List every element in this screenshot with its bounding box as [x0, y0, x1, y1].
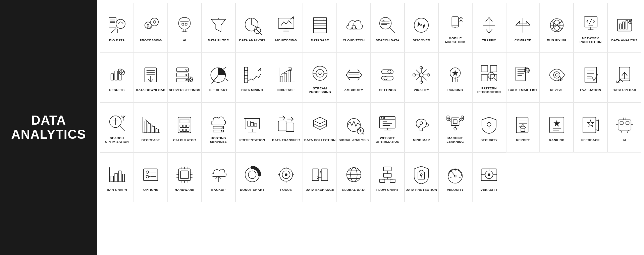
icon-cell-ai: AI — [168, 3, 202, 53]
svg-rect-282 — [312, 169, 318, 181]
svg-rect-183 — [251, 122, 254, 126]
machine-learning-label: MACHINE LEARNING — [439, 136, 471, 144]
results-icon — [105, 63, 128, 87]
svg-rect-62 — [626, 20, 628, 29]
machine-learning-icon — [443, 111, 467, 135]
svg-rect-64 — [111, 74, 114, 80]
svg-point-44 — [421, 25, 422, 26]
pie-chart-label: PIE CHART — [209, 88, 227, 92]
reveal-label: REVEAL — [550, 88, 564, 92]
settings-icon — [376, 63, 399, 87]
svg-rect-236 — [626, 122, 629, 124]
data-filter-label: DATA FILTER — [208, 38, 229, 42]
icon-cell-signal-analysis: SIGNAL ANALYSIS — [337, 102, 371, 153]
icon-cell-feedback: FEEDBACK — [574, 102, 607, 153]
svg-rect-226 — [521, 128, 525, 131]
velocity-icon — [443, 163, 467, 186]
svg-rect-182 — [248, 121, 250, 126]
icon-cell-ambiguity: AMBIGUITY — [337, 53, 371, 103]
options-icon — [139, 163, 162, 186]
svg-point-9 — [151, 18, 158, 26]
ranking-icon — [443, 63, 467, 87]
virality-label: VIRALITY — [414, 88, 429, 92]
svg-point-145 — [553, 72, 560, 78]
ranking2-icon — [545, 113, 569, 137]
bulk-email-label: BULK EMAIL LIST — [508, 88, 537, 92]
svg-rect-133 — [490, 65, 497, 72]
svg-rect-246 — [111, 176, 114, 182]
svg-line-38 — [389, 27, 395, 33]
svg-rect-208 — [451, 118, 459, 126]
icon-cell-hardware: HARDWARE — [168, 153, 202, 203]
svg-point-198 — [381, 118, 382, 119]
icon-cell-compare: COMPARE — [506, 3, 540, 53]
mobile-marketing-label: MOBILE MARKETING — [439, 36, 471, 44]
icon-cell-decrease: DECREASE — [134, 102, 168, 153]
svg-marker-128 — [452, 70, 459, 76]
website-optimization-icon — [376, 111, 399, 135]
traffic-label: TRAFFIC — [482, 38, 496, 42]
data-upload-label: DATA UPLOAD — [612, 88, 636, 92]
main-title: DATA ANALYTICS — [7, 114, 91, 142]
empty-cell-2 — [540, 153, 574, 203]
discover-icon — [410, 13, 433, 37]
icon-cell-velocity: VELOCITY — [438, 153, 472, 203]
data-analysis2-icon — [613, 13, 636, 37]
search-data-label: SEARCH DATA — [376, 38, 399, 42]
svg-point-43 — [414, 18, 429, 32]
svg-point-205 — [420, 122, 423, 124]
hosting-icon — [207, 111, 230, 135]
svg-rect-112 — [382, 76, 393, 80]
data-upload-icon — [613, 63, 636, 87]
data-mining-label: DATA MINING — [241, 88, 263, 92]
data-filter-icon — [207, 13, 230, 37]
evaluation-icon — [579, 63, 602, 87]
svg-point-101 — [316, 69, 324, 77]
svg-rect-65 — [115, 71, 118, 80]
svg-rect-291 — [384, 167, 391, 171]
icon-cell-flow-chart: FLOW CHART — [371, 153, 405, 203]
svg-rect-171 — [186, 125, 189, 128]
icon-cell-options: OPTIONS — [134, 153, 168, 203]
svg-rect-179 — [245, 118, 260, 129]
data-analysis2-label: DATA ANALYSIS — [611, 38, 638, 42]
svg-marker-228 — [553, 120, 560, 126]
monitoring-label: MONITORING — [275, 38, 297, 42]
icon-cell-stream-processing: STREAM PROCESSING — [303, 53, 337, 103]
ranking-label: RANKING — [447, 88, 463, 92]
svg-line-119 — [416, 70, 420, 74]
svg-line-120 — [423, 70, 427, 74]
mind-map-icon — [410, 113, 433, 137]
svg-point-178 — [221, 130, 222, 132]
svg-rect-249 — [123, 174, 125, 182]
report-label: REPORT — [516, 138, 530, 142]
data-exchange-icon — [308, 163, 332, 186]
svg-rect-96 — [280, 76, 283, 82]
icon-cell-machine-learning: MACHINE LEARNING — [438, 102, 472, 153]
icon-cell-global-data: GLOBAL DATA — [337, 153, 371, 203]
icon-cell-data-filter: DATA FILTER — [202, 3, 235, 53]
svg-rect-18 — [278, 18, 294, 28]
stream-processing-icon — [308, 61, 332, 85]
svg-rect-132 — [481, 65, 488, 72]
focus-icon — [274, 163, 298, 186]
svg-point-67 — [119, 70, 125, 75]
reveal-icon — [545, 63, 569, 87]
title-block: DATA ANALYTICS — [0, 0, 97, 255]
donut-chart-icon — [240, 163, 264, 186]
icon-cell-veracity: VERACITY — [472, 153, 506, 203]
increase-icon — [274, 63, 298, 87]
pie-chart-icon — [207, 63, 230, 87]
evaluation-label: EVALUATION — [580, 88, 601, 92]
icon-cell-ranking2: RANKING — [540, 102, 574, 153]
ai2-label: AI — [623, 138, 626, 142]
icon-cell-cloud-tech: CLOUD TECH — [337, 3, 371, 53]
ai-icon — [173, 13, 196, 37]
decrease-label: DECREASE — [142, 138, 160, 142]
settings-label: SETTINGS — [379, 88, 396, 92]
flow-chart-icon — [376, 163, 399, 186]
svg-line-85 — [222, 67, 226, 70]
report-icon — [511, 113, 535, 137]
icon-cell-search-optimization: SEARCH OPTIMIZATION — [100, 102, 134, 153]
icon-cell-database: DATABASE — [303, 3, 337, 53]
